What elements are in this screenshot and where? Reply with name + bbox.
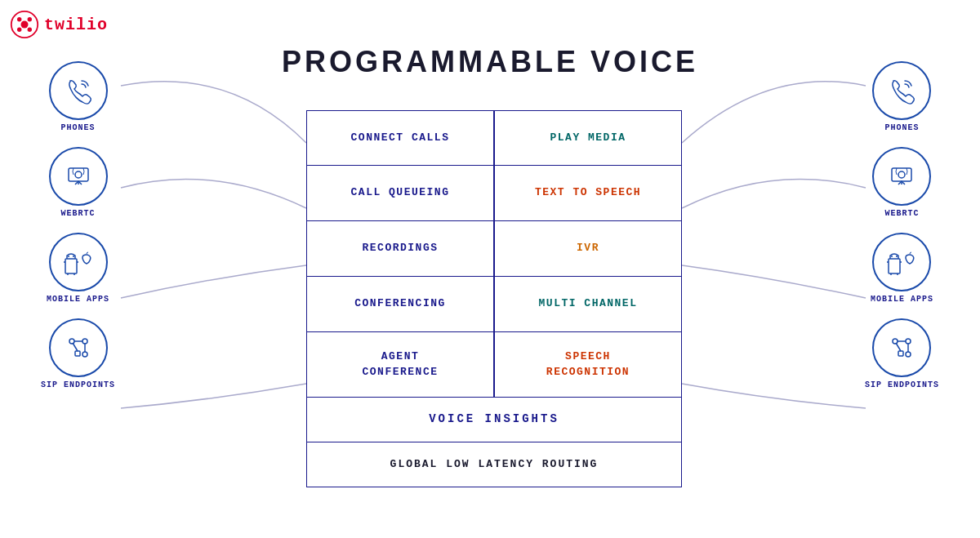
grid-row-2: CALL QUEUEING TEXT TO SPEECH: [306, 166, 682, 221]
svg-rect-6: [69, 168, 88, 181]
speech-recognition-cell: SPEECHRECOGNITION: [494, 332, 682, 398]
svg-rect-15: [892, 168, 911, 181]
ivr-cell: IVR: [494, 221, 682, 277]
feature-grid: CONNECT CALLS PLAY MEDIA CALL QUEUEING T…: [306, 110, 682, 487]
multi-channel-cell: MULTI CHANNEL: [494, 277, 682, 332]
svg-point-16: [898, 171, 905, 178]
svg-point-7: [75, 171, 82, 178]
sidebar-item-phones-right: PHONES: [872, 61, 931, 132]
sip-label-right: SIP ENDPOINTS: [865, 380, 939, 389]
phones-label-right: PHONES: [884, 123, 919, 132]
svg-point-18: [891, 256, 893, 257]
sip-icon-right: [887, 333, 916, 362]
svg-rect-17: [889, 259, 900, 273]
webrtc-circle-left: [49, 147, 108, 206]
sidebar-item-sip-left: SIP ENDPOINTS: [41, 318, 115, 389]
svg-point-21: [906, 339, 911, 344]
sidebar-right: PHONES WEBRTC: [865, 61, 939, 389]
global-routing-cell: GLOBAL LOW LATENCY ROUTING: [306, 442, 682, 487]
svg-point-19: [896, 256, 898, 257]
sidebar-item-sip-right: SIP ENDPOINTS: [865, 318, 939, 389]
page-title: PROGRAMMABLE VOICE: [0, 45, 980, 79]
svg-rect-8: [65, 259, 77, 273]
text-to-speech-cell: TEXT TO SPEECH: [494, 166, 682, 221]
grid-row-1: CONNECT CALLS PLAY MEDIA: [306, 110, 682, 166]
svg-point-22: [906, 352, 911, 357]
webrtc-label-left: WEBRTC: [60, 209, 95, 218]
svg-point-11: [69, 339, 74, 344]
sip-circle-left: [49, 318, 108, 377]
mobile-icon-left: [60, 247, 96, 277]
svg-point-3: [28, 17, 32, 21]
sidebar-item-mobile-right: MOBILE APPS: [871, 233, 933, 304]
recordings-cell: RECORDINGS: [306, 221, 494, 277]
grid-row-6: VOICE INSIGHTS: [306, 398, 682, 442]
svg-point-13: [82, 352, 87, 357]
agent-conference-cell: AGENTCONFERENCE: [306, 332, 494, 398]
webrtc-label-right: WEBRTC: [884, 209, 919, 218]
svg-point-9: [68, 256, 69, 257]
grid-row-5: AGENTCONFERENCE SPEECHRECOGNITION: [306, 332, 682, 398]
grid-row-4: CONFERENCING MULTI CHANNEL: [306, 277, 682, 332]
webrtc-icon-left: [62, 162, 95, 191]
grid-row-7: GLOBAL LOW LATENCY ROUTING: [306, 442, 682, 487]
phone-icon-left: [64, 76, 93, 105]
sidebar-item-webrtc-left: WEBRTC: [49, 147, 108, 218]
mobile-label-left: MOBILE APPS: [47, 295, 109, 304]
webrtc-circle-right: [872, 147, 931, 206]
conferencing-cell: CONFERENCING: [306, 277, 494, 332]
phones-circle-left: [49, 61, 108, 120]
connect-calls-cell: CONNECT CALLS: [306, 110, 494, 166]
play-media-cell: PLAY MEDIA: [494, 110, 682, 166]
svg-rect-14: [75, 351, 80, 356]
voice-insights-cell: VOICE INSIGHTS: [306, 398, 682, 442]
phones-circle-right: [872, 61, 931, 120]
svg-rect-23: [898, 351, 903, 356]
twilio-logo: twilio: [10, 10, 108, 39]
svg-point-1: [21, 21, 29, 29]
sidebar-item-mobile-left: MOBILE APPS: [47, 233, 109, 304]
mobile-circle-right: [872, 233, 931, 291]
mobile-icon-right: [884, 247, 920, 277]
phones-label-left: PHONES: [60, 123, 95, 132]
sip-label-left: SIP ENDPOINTS: [41, 380, 115, 389]
svg-point-20: [893, 339, 898, 344]
call-queueing-cell: CALL QUEUEING: [306, 166, 494, 221]
svg-point-12: [82, 339, 87, 344]
mobile-circle-left: [49, 233, 108, 291]
svg-point-4: [17, 28, 21, 32]
svg-point-5: [28, 28, 32, 32]
svg-point-10: [73, 256, 74, 257]
grid-row-3: RECORDINGS IVR: [306, 221, 682, 277]
phone-icon-right: [887, 76, 916, 105]
sidebar-item-webrtc-right: WEBRTC: [872, 147, 931, 218]
twilio-text: twilio: [44, 16, 108, 34]
sidebar-left: PHONES WEBRTC: [41, 61, 115, 389]
webrtc-icon-right: [885, 162, 918, 191]
svg-point-2: [17, 17, 21, 21]
mobile-label-right: MOBILE APPS: [871, 295, 933, 304]
sip-circle-right: [872, 318, 931, 377]
sip-icon-left: [64, 333, 93, 362]
twilio-icon: [10, 10, 39, 39]
sidebar-item-phones-left: PHONES: [49, 61, 108, 132]
